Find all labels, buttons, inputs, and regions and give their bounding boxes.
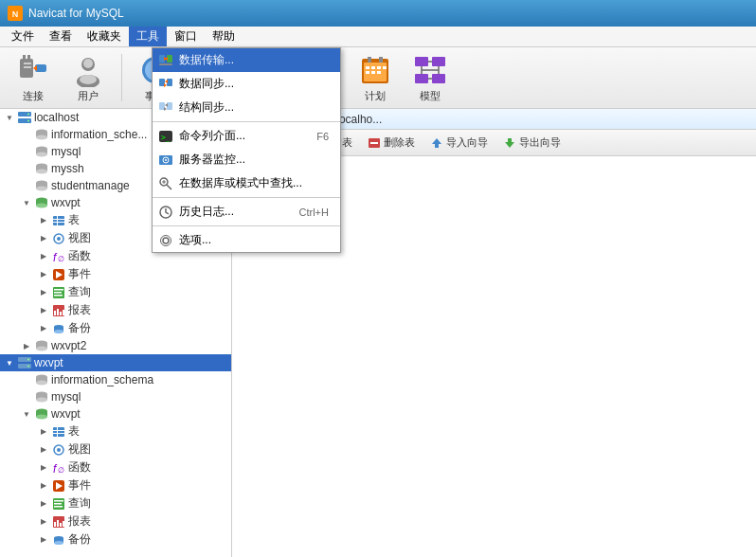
arrow-myssh: ▶ <box>19 161 34 176</box>
dropdown-data-sync[interactable]: 数据同步... <box>153 72 340 96</box>
arrow-wxvpt-db2: ▼ <box>19 406 34 422</box>
svg-rect-68 <box>377 71 381 74</box>
connect-icon <box>16 53 50 87</box>
cat-label-event1: 事件 <box>68 266 91 282</box>
arrow-cat-backup1: ▶ <box>36 321 51 336</box>
svg-rect-111 <box>54 295 63 296</box>
svg-rect-165 <box>370 142 378 144</box>
cat-label-view2: 视图 <box>68 441 91 458</box>
menu-file[interactable]: 文件 <box>4 27 42 46</box>
toolbar-model[interactable]: 模型 <box>405 48 456 108</box>
db-icon-wxvpt-local <box>34 195 49 210</box>
cat-label-view1: 视图 <box>68 230 91 246</box>
svg-rect-73 <box>432 74 445 83</box>
tree-cat-backup2[interactable]: ▶ 备份 <box>0 530 231 548</box>
svg-rect-6 <box>159 63 172 65</box>
arrow-cat-event2: ▶ <box>36 478 51 494</box>
svg-rect-29 <box>27 55 30 61</box>
svg-rect-63 <box>366 66 369 69</box>
db-label-mysql2: mysql <box>51 390 81 404</box>
arrow-cat-func1: ▶ <box>36 249 51 264</box>
localhost-label: localhost <box>34 111 79 124</box>
app-icon: N <box>8 6 23 21</box>
svg-point-125 <box>27 359 29 361</box>
tree-cat-report1[interactable]: ▶ 报表 <box>0 301 231 319</box>
tree-db-mysql2[interactable]: ▶ mysql <box>0 388 231 405</box>
tree-cat-event2[interactable]: ▶ 事件 <box>0 476 231 494</box>
title-bar: N Navicat for MySQL <box>0 0 756 27</box>
tree-cat-table2[interactable]: ▶ 表 <box>0 422 231 440</box>
server-icon-wxvpt <box>17 355 32 370</box>
cmd-icon: >_ <box>158 129 173 144</box>
svg-point-26 <box>161 235 171 245</box>
dropdown-cmd[interactable]: >_ 命令列介面... F6 <box>153 124 340 148</box>
tree-cat-view2[interactable]: ▶ 视图 <box>0 440 231 458</box>
arrow-cat-query2: ▶ <box>36 496 51 512</box>
svg-rect-62 <box>379 57 383 63</box>
svg-rect-153 <box>60 523 62 527</box>
svg-rect-138 <box>53 433 64 434</box>
tools-dropdown: 数据传输... 数据同步... <box>152 47 341 253</box>
svg-point-97 <box>36 204 47 208</box>
svg-marker-14 <box>164 107 167 111</box>
toolbar-schedule[interactable]: 计划 <box>350 48 401 108</box>
menu-view[interactable]: 查看 <box>42 27 80 46</box>
arrow-cat-view1: ▶ <box>36 231 51 246</box>
tree-cat-backup1[interactable]: ▶ 备份 <box>0 319 231 337</box>
arrow-localhost: ▼ <box>2 110 17 125</box>
db-icon <box>34 127 49 142</box>
import-label: 导入向导 <box>446 135 488 150</box>
arrow-cat-backup2: ▶ <box>36 532 51 548</box>
menu-tools[interactable]: 工具 <box>129 27 167 46</box>
svg-rect-101 <box>57 216 58 225</box>
menu-favorites[interactable]: 收藏夹 <box>80 27 129 46</box>
data-transfer-icon <box>158 53 173 68</box>
menu-window[interactable]: 窗口 <box>167 27 205 46</box>
svg-rect-71 <box>432 57 445 66</box>
svg-rect-152 <box>57 520 59 527</box>
toolbar-connect[interactable]: 连接 <box>8 48 59 108</box>
dropdown-struct-sync[interactable]: 结构同步... <box>153 96 340 119</box>
report-icon2 <box>51 514 66 530</box>
svg-text:∅: ∅ <box>58 466 64 475</box>
svg-rect-154 <box>63 521 64 527</box>
tree-cat-func2[interactable]: ▶ f∅ 函数 <box>0 458 231 476</box>
svg-point-126 <box>27 366 29 368</box>
tree-db-wxvpt-db2[interactable]: ▼ wxvpt <box>0 405 231 422</box>
toolbar-user[interactable]: 用户 <box>63 48 114 108</box>
db-label-mysql: mysql <box>51 145 81 158</box>
svg-rect-72 <box>415 74 428 83</box>
btn-import-wizard[interactable]: 导入向导 <box>423 133 495 153</box>
arrow-info: ▶ <box>19 127 34 142</box>
tree-db-wxvpt2[interactable]: ▶ wxvpt2 <box>0 337 231 354</box>
dropdown-find-in-db[interactable]: 在数据库或模式中查找... <box>153 171 340 195</box>
tree-cat-event1[interactable]: ▶ 事件 <box>0 265 231 283</box>
btn-export-wizard[interactable]: 导出向导 <box>496 133 567 153</box>
tree-cat-query1[interactable]: ▶ 查询 <box>0 283 231 301</box>
dropdown-data-transfer[interactable]: 数据传输... <box>153 48 340 72</box>
options-icon <box>158 233 173 248</box>
btn-delete-table[interactable]: 删除表 <box>361 133 422 153</box>
svg-point-119 <box>54 330 63 333</box>
tree-cat-report2[interactable]: ▶ 报表 <box>0 512 231 530</box>
dropdown-sep2 <box>153 197 340 198</box>
svg-rect-113 <box>54 311 56 315</box>
menu-help[interactable]: 帮助 <box>205 27 243 46</box>
dropdown-options[interactable]: 选项... <box>153 228 340 252</box>
svg-point-82 <box>27 120 29 122</box>
svg-point-25 <box>163 238 169 243</box>
tree-db-info-schema2[interactable]: ▶ information_schema <box>0 371 231 388</box>
dropdown-history[interactable]: 历史日志... Ctrl+H <box>153 200 340 224</box>
export-icon <box>503 136 516 150</box>
svg-rect-61 <box>368 57 371 63</box>
tree-server-wxvpt[interactable]: ▼ wxvpt <box>0 354 231 371</box>
user-icon <box>71 53 105 87</box>
history-icon <box>158 205 173 220</box>
svg-rect-66 <box>366 71 369 74</box>
svg-rect-98 <box>53 216 64 225</box>
arrow-mysql: ▶ <box>19 144 34 159</box>
toolbar: 连接 用户 事件 <box>0 47 756 109</box>
tree-cat-query2[interactable]: ▶ 查询 <box>0 494 231 512</box>
cat-label-backup2: 备份 <box>68 531 91 548</box>
dropdown-server-monitor[interactable]: 服务器监控... <box>153 148 340 171</box>
